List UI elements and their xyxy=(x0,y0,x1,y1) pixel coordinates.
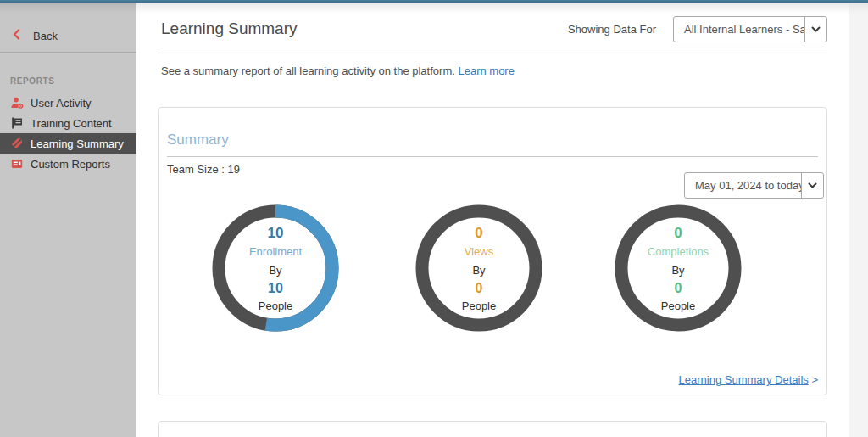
donut-people-value: 0 xyxy=(675,279,682,297)
donut-metric-label: Enrollment xyxy=(249,243,302,261)
scrollbar-track[interactable] xyxy=(849,3,868,437)
donut-text: 0 Views By 0 People xyxy=(415,204,542,332)
donut-people-label: People xyxy=(462,297,496,315)
donut-value: 10 xyxy=(268,224,284,243)
summary-card: Summary Team Size : 19 May 01, 2024 to t… xyxy=(158,107,827,395)
donut-metric-label: Completions xyxy=(648,243,709,261)
donut-by-label: By xyxy=(671,261,684,279)
next-report-card-partial xyxy=(158,421,827,437)
donut-value: 0 xyxy=(674,224,682,243)
page-title: Learning Summary xyxy=(158,20,298,38)
donut-by-label: By xyxy=(269,261,281,279)
sidebar-item-training-content[interactable]: Training Content xyxy=(0,113,136,133)
custom-reports-icon xyxy=(10,157,24,171)
donut-metric-label: Views xyxy=(465,243,493,261)
chevron-down-icon xyxy=(804,17,826,42)
audience-dropdown[interactable]: All Internal Learners - Saisree xyxy=(673,16,827,42)
donut-text: 10 Enrollment By 10 People xyxy=(212,204,339,332)
donut-people-label: People xyxy=(661,297,695,315)
sidebar-item-user-activity[interactable]: User Activity xyxy=(0,92,136,113)
header-divider xyxy=(158,53,827,53)
details-link-arrow: > xyxy=(811,373,818,386)
donut-by-label: By xyxy=(472,261,485,279)
user-activity-icon xyxy=(10,96,24,109)
subtitle-text: See a summary report of all learning act… xyxy=(161,64,455,77)
sidebar: Back REPORTS User Activity xyxy=(0,3,136,437)
completions-donut-chart: 0 Completions By 0 People xyxy=(615,204,742,332)
date-range-dropdown[interactable]: May 01, 2024 to today xyxy=(684,172,824,199)
page-header: Learning Summary Showing Data For All In… xyxy=(158,12,827,46)
enrollment-donut-chart: 10 Enrollment By 10 People xyxy=(212,204,339,332)
date-range-dropdown-value: May 01, 2024 to today xyxy=(685,173,801,198)
sidebar-item-custom-reports[interactable]: Custom Reports xyxy=(0,154,136,174)
summary-divider xyxy=(167,156,818,157)
training-content-icon xyxy=(10,116,24,130)
sidebar-divider xyxy=(0,52,136,53)
sidebar-item-label: User Activity xyxy=(31,97,92,109)
chevron-down-icon xyxy=(801,173,823,198)
learn-more-link[interactable]: Learn more xyxy=(458,64,514,77)
page-subtitle: See a summary report of all learning act… xyxy=(161,64,827,77)
main-content: Learning Summary Showing Data For All In… xyxy=(136,3,849,437)
reports-nav: User Activity Training Content xyxy=(0,92,136,174)
learning-summary-icon xyxy=(10,137,24,150)
sidebar-item-label: Learning Summary xyxy=(31,137,124,150)
donut-value: 0 xyxy=(475,224,482,243)
showing-data-for-label: Showing Data For xyxy=(568,23,656,36)
sidebar-item-label: Custom Reports xyxy=(31,158,110,171)
learning-summary-details-link[interactable]: Learning Summary Details xyxy=(679,373,809,386)
back-label: Back xyxy=(33,30,58,42)
views-donut-chart: 0 Views By 0 People xyxy=(415,204,542,332)
donut-people-label: People xyxy=(259,297,292,315)
summary-section-title: Summary xyxy=(167,132,818,148)
donut-people-value: 0 xyxy=(476,279,483,297)
sidebar-item-label: Training Content xyxy=(31,117,112,130)
reports-section-label: REPORTS xyxy=(10,76,136,86)
details-link-row: Learning Summary Details > xyxy=(679,373,818,386)
back-button[interactable]: Back xyxy=(0,25,136,46)
donut-people-value: 10 xyxy=(268,279,283,297)
chevron-left-icon xyxy=(13,28,20,43)
sidebar-item-learning-summary[interactable]: Learning Summary xyxy=(0,133,136,154)
donut-text: 0 Completions By 0 People xyxy=(615,204,742,332)
audience-dropdown-value: All Internal Learners - Saisree xyxy=(674,17,804,42)
